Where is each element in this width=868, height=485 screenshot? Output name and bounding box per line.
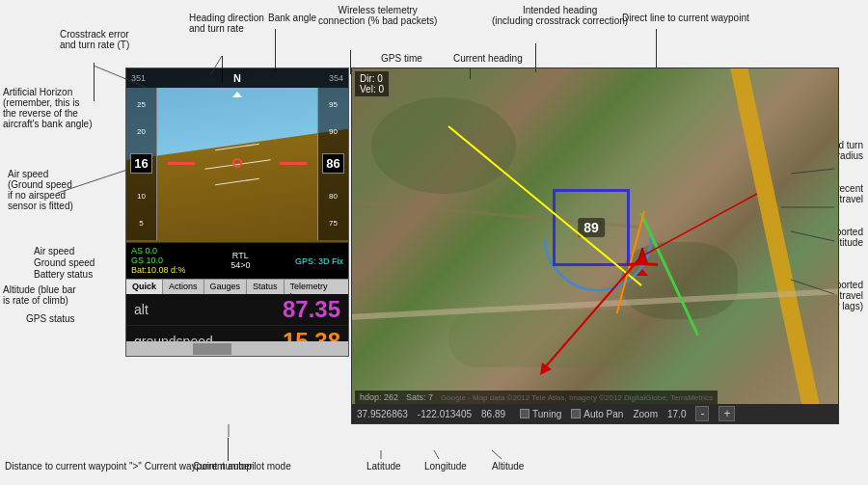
- svg-marker-7: [642, 262, 658, 266]
- scrollbar[interactable]: [126, 341, 348, 356]
- speed-tape: 25 20 16 10 5: [126, 88, 157, 240]
- alt-row: alt 87.35: [126, 294, 348, 326]
- heading-direction-annotation: Heading direction and turn rate: [189, 13, 264, 34]
- alt-data-value: 87.35: [283, 296, 340, 323]
- ground-speed-annotation: Ground speed: [34, 257, 95, 268]
- compass-right: 354: [329, 73, 343, 83]
- rtl-display: RTL: [231, 251, 250, 260]
- artificial-horizon: 351 N 354 25 20 16 10 5 95 90 86 80 75: [126, 68, 348, 242]
- groundspeed-display: GS 10.0: [131, 256, 186, 265]
- gps-status-annotation: GPS status: [26, 313, 75, 324]
- bank-indicator: [232, 88, 242, 97]
- longitude-label: Longitude: [424, 461, 467, 472]
- compass-bar: 351 N 354: [126, 68, 348, 88]
- battery-status-annotation: Battery status: [34, 269, 93, 280]
- map-alt-coord: 86.89: [481, 409, 505, 419]
- reticle-right-arm: [280, 162, 307, 165]
- distance-waypoint-annotation: Distance to current waypoint ">" Current…: [5, 461, 253, 472]
- gps-time-annotation: GPS time: [381, 53, 422, 64]
- map-dir: Dir: 0: [360, 73, 384, 84]
- tuning-checkbox[interactable]: [520, 409, 529, 418]
- hud-panel: 351 N 354 25 20 16 10 5 95 90 86 80 75: [125, 67, 349, 357]
- current-heading-annotation: Current heading: [453, 53, 523, 64]
- compass-left: 351: [131, 73, 146, 83]
- aircraft-icon: [622, 244, 663, 284]
- speed-value: 16: [134, 156, 148, 171]
- wireless-annotation: Wireless telemetry connection (% bad pac…: [318, 5, 437, 26]
- hdop-display: hdop: 262: [360, 392, 398, 402]
- map-bottom-info: hdop: 262 Sats: 7 Google - Map data ©201…: [355, 391, 718, 404]
- autopan-checkbox[interactable]: [571, 409, 581, 418]
- map-dir-vel: Dir: 0 Vel: 0: [355, 71, 389, 96]
- airspeed-display: AS 0.0: [131, 246, 186, 256]
- map-vel: Vel: 0: [360, 84, 384, 94]
- direct-line-annotation: Direct line to current waypoint: [622, 13, 749, 23]
- altitude-annotation: Altitude (blue bar is rate of climb): [3, 284, 76, 306]
- gps-fix-display: GPS: 3D Fix: [295, 256, 343, 266]
- crosstrack-annotation: Crosstrack error and turn rate (T): [60, 29, 129, 50]
- rtl-value: 54>0: [231, 260, 250, 270]
- map-bottom-bar: 37.9526863 -122.013405 86.89 Tuning Auto…: [352, 404, 838, 423]
- alt-tape: 95 90 86 80 75: [317, 88, 348, 240]
- alt-label: alt: [134, 302, 149, 317]
- map-copyright: Google - Map data ©2012 Tele Atlas, Imag…: [441, 393, 713, 402]
- map-lat: 37.9526863: [357, 409, 408, 419]
- zoom-plus[interactable]: +: [719, 406, 735, 421]
- reticle-left-arm: [168, 162, 195, 165]
- red-heading-lines: [352, 68, 839, 424]
- bank-angle-annotation: Bank angle: [268, 13, 316, 23]
- zoom-minus[interactable]: -: [695, 406, 709, 421]
- artificial-horizon-annotation: Artificial Horizon (remember, this is th…: [3, 87, 93, 129]
- compass-heading-display: N: [233, 72, 241, 84]
- svg-marker-8: [637, 269, 648, 276]
- latitude-label: Latitude: [366, 461, 401, 472]
- sats-display: Sats: 7: [406, 392, 433, 402]
- battery-display: Bat:10.08 d:%: [131, 265, 186, 275]
- svg-line-19: [492, 450, 502, 459]
- svg-marker-3: [540, 363, 552, 375]
- reticle-center-dot: [232, 158, 242, 168]
- data-panel: alt 87.35 groundspeed 15.38 wp_dist 49: [126, 294, 348, 341]
- air-speed-annotation: Air speed (Ground speed if no airspeed s…: [8, 169, 73, 211]
- zoom-value: 17.0: [667, 409, 686, 419]
- tuning-label: Tuning: [532, 409, 561, 419]
- intended-heading-annotation: Intended heading (including crosstrack c…: [492, 5, 628, 26]
- svg-marker-6: [627, 262, 642, 266]
- map-lon: -122.013405: [418, 409, 472, 419]
- svg-line-18: [434, 450, 439, 459]
- alt-value: 86: [326, 156, 339, 171]
- air-speed2-annotation: Air speed: [34, 246, 74, 256]
- altitude-coord-label: Altitude: [492, 461, 524, 472]
- autopan-label: Auto Pan: [583, 409, 623, 419]
- map-panel: 89 Dir: 0 Vel: 0 hdop: 262 Sats: 7 Googl…: [351, 67, 839, 424]
- hud-info-panel: AS 0.0 GS 10.0 Bat:10.08 d:% RTL 54>0 GP…: [126, 242, 348, 278]
- zoom-label: Zoom: [633, 409, 658, 419]
